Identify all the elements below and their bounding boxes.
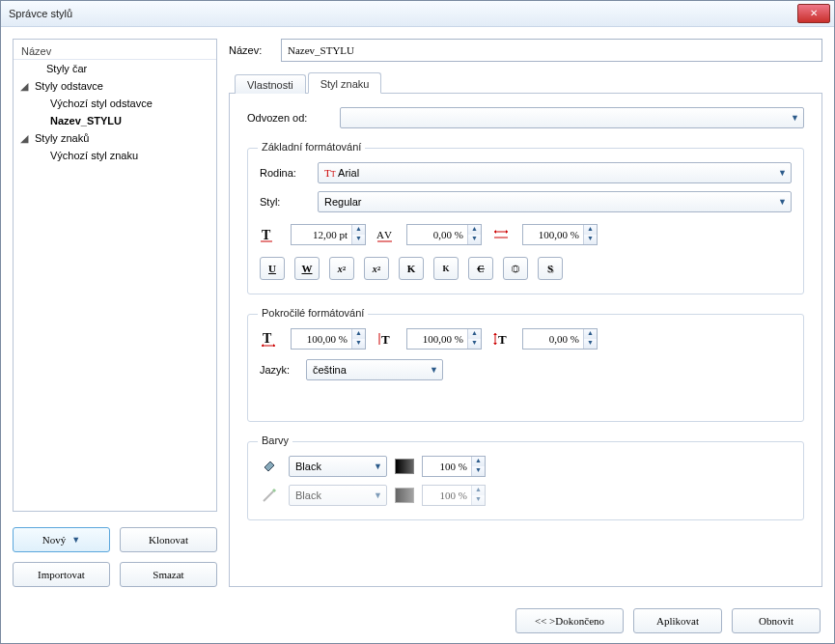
underline-words-button[interactable]: W bbox=[294, 257, 320, 280]
tree-item-nazev-stylu[interactable]: Nazev_STYLU bbox=[14, 112, 216, 129]
tab-content: Odvozen od: ▼ Základní formátování Rodin… bbox=[229, 94, 822, 587]
underline-button[interactable]: U bbox=[260, 257, 285, 280]
left-pane: Název Styly čar ◢Styly odstavce Výchozí … bbox=[13, 39, 217, 587]
font-style-combo[interactable]: Regular▼ bbox=[318, 191, 792, 212]
derived-from-combo[interactable]: ▼ bbox=[340, 107, 804, 128]
hscale2-icon: T bbox=[260, 330, 279, 348]
outline-button[interactable]: O bbox=[503, 257, 528, 280]
titlebar[interactable]: Správce stylů ✕ bbox=[1, 1, 834, 27]
tree-header: Název bbox=[14, 43, 216, 60]
style-name-input[interactable] bbox=[281, 39, 822, 62]
basic-formatting-group: Základní formátování Rodina: TT Arial▼ S… bbox=[247, 148, 804, 294]
chevron-down-icon: ▼ bbox=[778, 168, 787, 178]
fill-color-icon bbox=[260, 458, 279, 475]
new-button[interactable]: Nový▼ bbox=[13, 527, 110, 552]
fill-shade-spinner[interactable]: ▲▼ bbox=[422, 456, 486, 477]
basic-formatting-legend: Základní formátování bbox=[258, 141, 365, 153]
tracking-spinner[interactable]: ▲▼ bbox=[406, 224, 482, 245]
tree-item-default-character[interactable]: Výchozí styl znaku bbox=[14, 147, 216, 164]
svg-text:T: T bbox=[262, 228, 271, 242]
baseline-spinner[interactable]: ▲▼ bbox=[522, 328, 598, 350]
tree-item-paragraph-styles[interactable]: ◢Styly odstavce bbox=[14, 77, 216, 95]
svg-text:T: T bbox=[263, 331, 272, 346]
stroke-color-combo: Black▼ bbox=[289, 485, 387, 506]
fill-color-swatch bbox=[395, 459, 414, 474]
tab-properties[interactable]: Vlastnosti bbox=[235, 74, 306, 94]
hscale-icon bbox=[491, 226, 511, 243]
stroke-color-swatch bbox=[395, 488, 414, 503]
smallcaps-button[interactable]: K bbox=[433, 257, 459, 280]
chevron-down-icon: ▼ bbox=[778, 197, 787, 207]
baseline-icon: T bbox=[491, 330, 511, 348]
tracking-icon: AV bbox=[376, 226, 395, 243]
svg-text:T: T bbox=[498, 332, 507, 347]
name-label: Název: bbox=[229, 44, 273, 56]
chevron-down-icon: ▼ bbox=[791, 113, 799, 123]
tabs: Vlastnosti Styl znaku bbox=[229, 71, 822, 94]
clone-button[interactable]: Klonovat bbox=[120, 527, 217, 552]
strikethrough-button[interactable]: Є bbox=[468, 257, 493, 280]
style-tree[interactable]: Název Styly čar ◢Styly odstavce Výchozí … bbox=[13, 39, 217, 512]
superscript-button[interactable]: x2 bbox=[364, 257, 389, 280]
colors-legend: Barvy bbox=[258, 434, 292, 446]
vscale-icon: T bbox=[376, 330, 395, 348]
colors-group: Barvy Black▼ ▲▼ Black▼ ▲▼ bbox=[247, 441, 804, 520]
language-combo[interactable]: čeština▼ bbox=[306, 359, 443, 380]
apply-button[interactable]: Aplikovat bbox=[633, 608, 722, 633]
hscale2-spinner[interactable]: ▲▼ bbox=[291, 328, 366, 350]
chevron-down-icon[interactable]: ◢ bbox=[19, 132, 29, 145]
allcaps-button[interactable]: K bbox=[399, 257, 424, 280]
style-manager-window: Správce stylů ✕ Název Styly čar ◢Styly o… bbox=[0, 0, 835, 644]
window-title: Správce stylů bbox=[9, 8, 797, 19]
vscale-spinner[interactable]: ▲▼ bbox=[406, 328, 482, 350]
close-button[interactable]: ✕ bbox=[797, 4, 830, 23]
font-family-label: Rodina: bbox=[260, 167, 310, 179]
done-button[interactable]: << >Dokončeno bbox=[515, 608, 624, 633]
shadow-button[interactable]: S bbox=[538, 257, 563, 280]
tree-item-character-styles[interactable]: ◢Styly znaků bbox=[14, 129, 216, 147]
advanced-formatting-group: Pokročilé formátování T ▲▼ T ▲▼ T ▲▼ Jaz… bbox=[247, 314, 804, 422]
reset-button[interactable]: Obnovit bbox=[732, 608, 821, 633]
derived-from-label: Odvozen od: bbox=[247, 112, 332, 124]
chevron-down-icon: ▼ bbox=[71, 535, 80, 545]
advanced-formatting-legend: Pokročilé formátování bbox=[258, 307, 368, 319]
tree-item-default-paragraph[interactable]: Výchozí styl odstavce bbox=[14, 95, 216, 112]
chevron-down-icon: ▼ bbox=[430, 365, 438, 375]
right-pane: Název: Vlastnosti Styl znaku Odvozen od:… bbox=[229, 39, 822, 587]
stroke-shade-spinner: ▲▼ bbox=[422, 485, 486, 506]
footer: << >Dokončeno Aplikovat Obnovit bbox=[1, 599, 834, 643]
font-size-spinner[interactable]: ▲▼ bbox=[291, 224, 366, 245]
svg-text:T: T bbox=[381, 332, 390, 347]
delete-button[interactable]: Smazat bbox=[120, 562, 217, 587]
language-label: Jazyk: bbox=[260, 364, 298, 376]
chevron-down-icon[interactable]: ◢ bbox=[19, 80, 29, 93]
subscript-button[interactable]: x2 bbox=[329, 257, 354, 280]
tree-item-line-styles[interactable]: Styly čar bbox=[14, 60, 216, 77]
stroke-color-icon bbox=[260, 487, 279, 504]
font-size-icon: T bbox=[260, 226, 279, 243]
tab-character-style[interactable]: Styl znaku bbox=[308, 72, 382, 94]
svg-text:A: A bbox=[376, 229, 384, 240]
hscale-spinner[interactable]: ▲▼ bbox=[522, 224, 598, 245]
font-style-label: Styl: bbox=[260, 196, 310, 208]
font-family-combo[interactable]: TT Arial▼ bbox=[318, 162, 792, 183]
svg-text:V: V bbox=[384, 229, 392, 240]
fill-color-combo[interactable]: Black▼ bbox=[289, 456, 387, 477]
import-button[interactable]: Importovat bbox=[13, 562, 110, 587]
